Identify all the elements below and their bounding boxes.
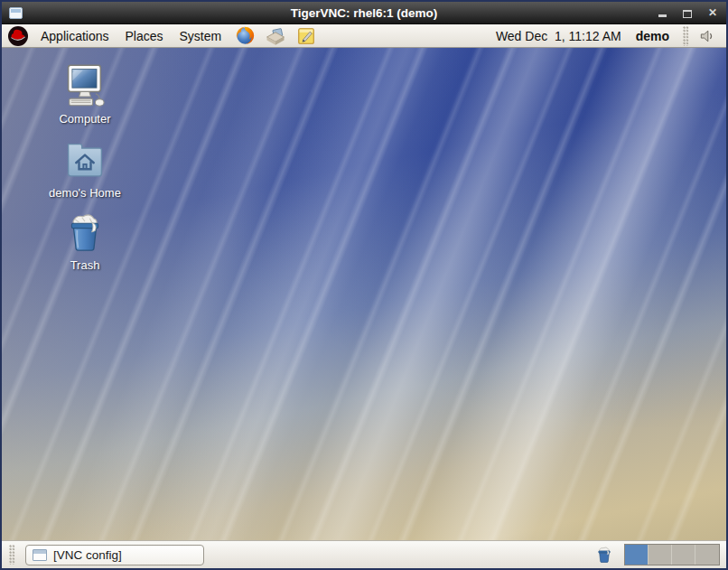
applet-drag-handle[interactable] (683, 26, 689, 46)
window-controls: ✕ (656, 6, 719, 19)
desktop-icon-computer[interactable]: Computer (40, 62, 130, 126)
speaker-icon (698, 27, 716, 45)
trash-applet[interactable] (593, 544, 615, 565)
firefox-launcher[interactable] (234, 25, 256, 47)
menu-places[interactable]: Places (117, 24, 172, 48)
redhat-menu-icon[interactable] (7, 25, 29, 47)
workspace-4[interactable] (695, 545, 719, 565)
desktop-icon-label: demo's Home (49, 186, 121, 200)
minimize-icon (658, 14, 667, 17)
menu-applications[interactable]: Applications (33, 24, 117, 48)
gnome-bottom-panel: [VNC config] (2, 540, 726, 568)
clock[interactable]: Wed Dec 1, 11:12 AM (489, 29, 629, 43)
evolution-launcher[interactable] (265, 25, 286, 47)
desktop-icon-home[interactable]: demo's Home (40, 136, 130, 200)
window-icon (33, 549, 47, 561)
redhat-logo-icon (7, 25, 29, 47)
desktop-icon-trash[interactable]: Trash (40, 209, 130, 272)
maximize-icon (683, 10, 692, 18)
desktop-icon-label: Computer (59, 112, 110, 126)
workspace-3[interactable] (672, 545, 695, 565)
vnc-window: TigerVNC: rhel6:1 (demo) ✕ Applications … (0, 0, 728, 570)
taskbar-item-vnc-config[interactable]: [VNC config] (25, 545, 204, 565)
computer-icon (61, 62, 108, 109)
gnome-top-panel: Applications Places System (2, 24, 726, 48)
trash-icon (61, 209, 108, 256)
desktop[interactable]: Computer demo's Home (2, 48, 726, 540)
maximize-button[interactable] (681, 6, 694, 19)
notes-icon (296, 26, 316, 46)
firefox-icon (235, 25, 256, 46)
window-title: TigerVNC: rhel6:1 (demo) (2, 6, 726, 20)
workspace-2[interactable] (649, 545, 672, 565)
window-list-drag-handle[interactable] (9, 545, 15, 565)
minimize-button[interactable] (656, 6, 668, 19)
volume-applet[interactable] (696, 25, 718, 47)
notes-launcher[interactable] (295, 25, 317, 47)
window-titlebar: TigerVNC: rhel6:1 (demo) ✕ (2, 2, 726, 24)
desktop-icon-label: Trash (70, 258, 100, 272)
taskbar-item-label: [VNC config] (53, 548, 122, 562)
window-menu-icon[interactable] (9, 7, 23, 19)
evolution-mail-icon (265, 25, 286, 47)
user-menu[interactable]: demo (629, 29, 680, 43)
close-button[interactable]: ✕ (706, 6, 719, 19)
home-folder-icon (61, 136, 108, 183)
workspace-switcher (624, 544, 720, 565)
menu-system[interactable]: System (172, 24, 230, 48)
workspace-1[interactable] (625, 545, 649, 565)
trash-applet-icon (594, 545, 614, 565)
